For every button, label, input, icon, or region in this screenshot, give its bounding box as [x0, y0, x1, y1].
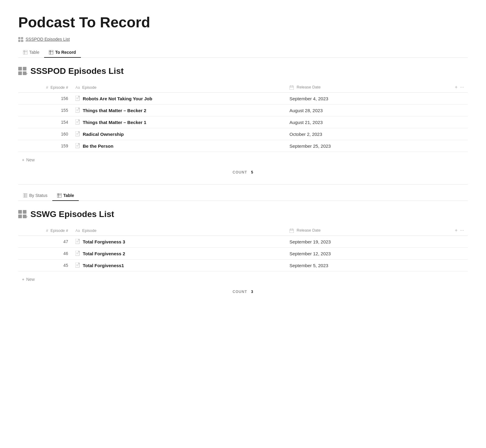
section1-db-icon: [18, 67, 27, 75]
svg-rect-43: [290, 229, 294, 233]
release-date-cell: August 28, 2023: [286, 105, 425, 116]
col-actions: + ···: [425, 82, 468, 93]
episode-num-cell: 159: [18, 140, 72, 152]
table-icon: [23, 50, 27, 54]
count-row-2: COUNT 3: [18, 285, 468, 301]
doc-icon: [75, 263, 80, 268]
release-date-cell: September 4, 2023: [286, 93, 425, 105]
row-actions: [425, 236, 468, 248]
doc-icon: [75, 108, 80, 113]
col2-release-date: Release Date: [286, 225, 425, 236]
svg-rect-50: [75, 251, 79, 256]
section1-title: SSSPOD Episodes List: [30, 66, 124, 76]
table-row[interactable]: 156 Robots Are Not Taking Your Job Septe…: [18, 93, 468, 105]
aa-icon: Aa: [75, 85, 80, 90]
new-plus-icon-2: +: [22, 277, 24, 282]
tab-table2[interactable]: Table: [52, 191, 79, 201]
episode-num-cell: 47: [18, 236, 72, 248]
svg-rect-30: [75, 143, 79, 148]
table-icon-3: [57, 193, 61, 198]
grid-icon: [23, 193, 27, 198]
svg-rect-7: [49, 50, 53, 54]
svg-rect-2: [18, 40, 20, 42]
section-divider: [18, 184, 468, 184]
svg-rect-1: [21, 37, 23, 39]
row-actions: [425, 260, 468, 271]
add-column-icon-2[interactable]: +: [455, 228, 457, 233]
table-row[interactable]: 45 Total Forgiveness1 September 5, 2023: [18, 260, 468, 271]
table-row[interactable]: 46 Total Forgiveness 2 September 12, 202…: [18, 248, 468, 260]
col-episode-num: # Episode #: [18, 82, 72, 93]
doc-icon: [75, 96, 80, 101]
episode-name-cell: Total Forgiveness 3: [72, 236, 286, 248]
add-column-icon[interactable]: +: [455, 84, 457, 90]
aa-icon-2: Aa: [75, 229, 80, 233]
tabs-row-2: By Status Table: [18, 191, 468, 201]
table-row[interactable]: 47 Total Forgiveness 3 September 19, 202…: [18, 236, 468, 248]
section2-title: SSWG Episodes List: [30, 209, 114, 219]
svg-rect-10: [18, 67, 22, 71]
more-options-icon[interactable]: ···: [460, 84, 464, 90]
section2-header: SSWG Episodes List: [18, 209, 468, 219]
episode-name-cell: Total Forgiveness1: [72, 260, 286, 271]
release-date-cell: August 21, 2023: [286, 116, 425, 128]
svg-rect-34: [25, 193, 26, 198]
svg-rect-42: [23, 215, 26, 218]
table2-header-row: # Episode # Aa Episode Release Date: [18, 225, 468, 236]
svg-rect-36: [57, 193, 61, 198]
col2-episode: Aa Episode: [72, 225, 286, 236]
svg-rect-14: [290, 86, 294, 90]
doc-icon: [75, 131, 80, 137]
section2-db-icon: [18, 210, 27, 219]
new-row-button[interactable]: + New: [18, 154, 468, 165]
tab-table[interactable]: Table: [18, 47, 44, 58]
tab-by-status[interactable]: By Status: [18, 191, 52, 201]
hash-icon-2: #: [46, 228, 48, 233]
table-row[interactable]: 155 Things that Matter – Becker 2 August…: [18, 105, 468, 116]
episode-num-cell: 46: [18, 248, 72, 260]
episode-num-cell: 155: [18, 105, 72, 116]
hash-icon: #: [46, 85, 48, 90]
svg-rect-24: [75, 119, 79, 124]
breadcrumb-icon: [18, 37, 24, 42]
section1-header: SSSPOD Episodes List: [18, 66, 468, 76]
svg-rect-4: [23, 50, 27, 54]
svg-rect-39: [18, 210, 22, 214]
release-date-cell: September 5, 2023: [286, 260, 425, 271]
page-title: Podcast To Record: [18, 15, 468, 31]
tab-to-record[interactable]: To Record: [44, 47, 81, 58]
svg-rect-33: [23, 193, 24, 198]
table-row[interactable]: 154 Things that Matter – Becker 1 August…: [18, 116, 468, 128]
svg-rect-18: [75, 96, 79, 101]
episode-name-cell: Things that Matter – Becker 2: [72, 105, 286, 116]
new-row-button-2[interactable]: + New: [18, 274, 468, 285]
col-release-date: Release Date: [286, 82, 425, 93]
release-date-cell: September 12, 2023: [286, 248, 425, 260]
table-row[interactable]: 160 Radical Ownership October 2, 2023: [18, 128, 468, 140]
col2-actions: + ···: [425, 225, 468, 236]
table-row[interactable]: 159 Be the Person September 25, 2023: [18, 140, 468, 152]
table-icon-2: [49, 50, 53, 54]
svg-rect-47: [75, 239, 79, 244]
svg-rect-0: [18, 37, 20, 39]
episode-name-cell: Be the Person: [72, 140, 286, 152]
more-options-icon-2[interactable]: ···: [460, 228, 464, 233]
episode-num-cell: 156: [18, 93, 72, 105]
svg-rect-11: [23, 67, 26, 71]
release-date-cell: October 2, 2023: [286, 128, 425, 140]
doc-icon: [75, 143, 80, 149]
table1-header-row: # Episode # Aa Episode Release Date: [18, 82, 468, 93]
row-actions: [425, 93, 468, 105]
svg-rect-40: [23, 210, 26, 214]
episode-num-cell: 45: [18, 260, 72, 271]
calendar-icon-2: [290, 228, 296, 233]
tabs-row-1: Table To Record: [18, 47, 468, 58]
svg-rect-27: [75, 131, 79, 136]
svg-rect-21: [75, 108, 79, 112]
count-row-1: COUNT 5: [18, 165, 468, 182]
svg-rect-12: [18, 71, 22, 75]
doc-icon: [75, 251, 80, 256]
breadcrumb: SSSPOD Episodes List: [18, 37, 468, 42]
breadcrumb-link[interactable]: SSSPOD Episodes List: [26, 37, 70, 42]
calendar-icon: [290, 85, 296, 89]
